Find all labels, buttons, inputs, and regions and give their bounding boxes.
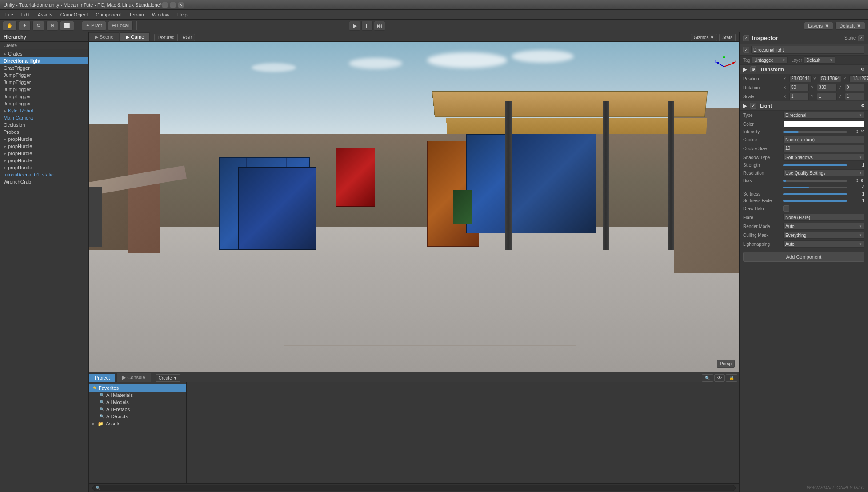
hier-item-jumptrigger1[interactable]: JumpTrigger [0, 72, 88, 79]
tree-item-assets[interactable]: ▶ 📁 Assets [89, 420, 186, 427]
menu-edit[interactable]: Edit [18, 11, 33, 18]
softness-slider[interactable] [783, 193, 847, 195]
hier-item-tutorial-arena[interactable]: tutorialArena_01_static [0, 171, 88, 178]
project-file-view[interactable] [187, 382, 739, 483]
add-component-button[interactable]: Add Component [743, 252, 864, 262]
hier-item-proph2[interactable]: ▶ propHurdle [0, 143, 88, 150]
rect-tool[interactable]: ⬜ [60, 21, 74, 31]
transform-section-header[interactable]: ▶ ⊕ Transform ⚙ [740, 64, 868, 74]
close-button[interactable]: ✕ [178, 2, 184, 8]
strength-slider[interactable] [783, 164, 847, 166]
light-checkbox[interactable]: ✓ [750, 103, 756, 109]
hand-tool[interactable]: ✋ [3, 21, 17, 31]
hier-item-probes[interactable]: Probes [0, 128, 88, 136]
layout-dropdown[interactable]: Default ▼ [835, 22, 865, 30]
position-x[interactable]: 28.00644 [789, 75, 812, 82]
search-bar[interactable]: 🔍 [96, 486, 100, 490]
stats-btn[interactable]: Stats [719, 34, 736, 41]
viewport-rgb-btn[interactable]: RGB [180, 34, 196, 41]
rotate-tool[interactable]: ↻ [32, 21, 44, 31]
tree-item-all-scripts[interactable]: 🔍 All Scripts [96, 413, 186, 420]
softness-fade-slider[interactable] [783, 200, 847, 202]
intensity-slider[interactable] [783, 131, 847, 133]
object-enable-checkbox[interactable]: ✓ [743, 47, 749, 53]
rotation-x[interactable]: 50 [789, 84, 809, 91]
scale-tool[interactable]: ⊕ [46, 21, 58, 31]
local-button[interactable]: ⊕ Local [108, 21, 133, 31]
tab-game[interactable]: ▶ Game [120, 32, 150, 41]
culling-mask-dropdown[interactable]: Everything ▼ [783, 232, 864, 239]
hier-item-jumptrigger2[interactable]: JumpTrigger [0, 79, 88, 86]
tree-item-favorites[interactable]: ★ Favorites [89, 384, 186, 392]
game-viewport[interactable]: Y X Z Persp [89, 42, 739, 372]
pause-button[interactable]: ⏸ [361, 21, 373, 31]
hier-item-proph1[interactable]: ▶ propHurdle [0, 136, 88, 143]
eye-icon-btn[interactable]: 👁 [714, 374, 725, 382]
render-mode-dropdown[interactable]: Auto ▼ [783, 223, 864, 230]
scale-x[interactable]: 1 [789, 93, 809, 100]
light-section-header[interactable]: ▶ ✓ Light ⚙ [740, 101, 868, 111]
transform-context-menu[interactable]: ⚙ [861, 67, 864, 72]
menu-help[interactable]: Help [174, 11, 191, 18]
hier-item-proph4[interactable]: ▶ propHurdle [0, 157, 88, 164]
cookie-size-field[interactable]: 10 [783, 145, 864, 152]
tag-dropdown[interactable]: Untagged ▼ [752, 56, 788, 64]
menu-gameobject[interactable]: GameObject [57, 11, 92, 18]
hier-item-jumptrigger5[interactable]: JumpTrigger [0, 100, 88, 107]
menu-window[interactable]: Window [148, 11, 173, 18]
menu-file[interactable]: File [2, 11, 17, 18]
hier-item-kyle-robot[interactable]: ▶ Kyle_Robot [0, 107, 88, 114]
pivot-button[interactable]: ✦ Pivot [82, 21, 106, 31]
light-color-swatch[interactable] [783, 120, 864, 128]
hierarchy-create-btn[interactable]: Create [4, 43, 17, 48]
hier-item-wrenchgrab[interactable]: WrenchGrab [0, 178, 88, 185]
tab-console[interactable]: ▶ Console [116, 373, 151, 382]
cookie-field[interactable]: None (Texture) [783, 136, 864, 143]
object-active-checkbox[interactable]: ✓ [743, 35, 749, 41]
hier-item-crates[interactable]: ▶ Crates [0, 50, 88, 57]
flare-field[interactable]: None (Flare) [783, 214, 864, 221]
static-checkbox[interactable]: ✓ [858, 35, 864, 41]
position-z[interactable]: -13.12677 [849, 75, 868, 82]
resolution-dropdown[interactable]: Use Quality Settings ▼ [783, 169, 864, 176]
lightmapping-dropdown[interactable]: Auto ▼ [783, 240, 864, 248]
create-btn[interactable]: Create ▼ [156, 374, 181, 382]
step-button[interactable]: ⏭ [374, 21, 385, 31]
persp-button[interactable]: Persp [717, 360, 735, 368]
hier-item-jumptrigger4[interactable]: JumpTrigger [0, 93, 88, 100]
tree-item-all-prefabs[interactable]: 🔍 All Prefabs [96, 406, 186, 413]
menu-assets[interactable]: Assets [34, 11, 56, 18]
hier-item-proph3[interactable]: ▶ propHurdle [0, 150, 88, 157]
scale-z[interactable]: 1 [845, 93, 864, 100]
layers-dropdown[interactable]: Layers ▼ [804, 22, 833, 30]
bias-slider[interactable] [783, 180, 847, 182]
hier-item-grabtrigger[interactable]: GrabTrigger [0, 64, 88, 72]
light-type-dropdown[interactable]: Directional ▼ [783, 112, 864, 119]
play-button[interactable]: ▶ [349, 21, 360, 31]
lock-icon-btn[interactable]: 🔒 [726, 374, 737, 382]
hier-item-occlusion[interactable]: Occlusion [0, 121, 88, 128]
maximize-button[interactable]: □ [170, 2, 176, 8]
layer-dropdown[interactable]: Default ▼ [804, 56, 835, 64]
draw-halo-checkbox[interactable] [783, 205, 789, 212]
viewport-textured-btn[interactable]: Textured [154, 34, 177, 41]
hier-item-directional-light[interactable]: Directional light [0, 57, 88, 64]
hier-item-main-camera[interactable]: Main Camera [0, 114, 88, 121]
tree-item-all-materials[interactable]: 🔍 All Materials [96, 392, 186, 399]
hier-item-jumptrigger3[interactable]: JumpTrigger [0, 86, 88, 93]
tab-project[interactable]: Project [89, 373, 116, 382]
object-name-field[interactable]: Directional light [751, 46, 864, 54]
tree-item-all-models[interactable]: 🔍 All Models [96, 399, 186, 406]
menu-terrain[interactable]: Terrain [125, 11, 148, 18]
tab-scene[interactable]: ▶ Scene [89, 32, 119, 41]
search-icon-btn[interactable]: 🔍 [702, 374, 713, 382]
light-context-menu[interactable]: ⚙ [861, 104, 864, 108]
move-tool[interactable]: ✦ [19, 21, 31, 31]
hier-item-proph5[interactable]: ▶ propHurdle [0, 164, 88, 171]
minimize-button[interactable]: — [162, 2, 168, 8]
rotation-z[interactable]: 0 [845, 84, 864, 91]
scale-y[interactable]: 1 [817, 93, 836, 100]
shadow-type-dropdown[interactable]: Soft Shadows ▼ [783, 154, 864, 161]
menu-component[interactable]: Component [92, 11, 124, 18]
normal-bias-slider[interactable] [783, 187, 847, 188]
